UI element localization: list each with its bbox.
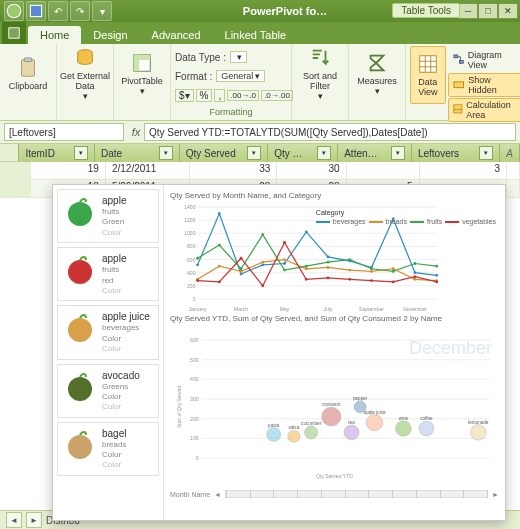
svg-point-42 — [218, 212, 221, 215]
table-row[interactable]: 19 2/12/2011 33 30 3 — [0, 162, 520, 180]
percent-icon[interactable]: % — [196, 89, 213, 102]
measures-button[interactable]: Measures▾ — [353, 46, 401, 102]
product-card[interactable]: applefruitsGreenColor — [57, 189, 159, 243]
scroll-left-icon[interactable]: ◄ — [6, 512, 22, 528]
app-icon[interactable] — [4, 1, 24, 21]
product-thumb — [62, 252, 98, 288]
svg-point-60 — [348, 269, 351, 272]
slider-next-icon[interactable]: ► — [492, 491, 499, 498]
month-slider[interactable]: Month Name ◄ ► — [170, 487, 499, 501]
close-button[interactable]: ✕ — [498, 3, 518, 19]
svg-text:lemonade: lemonade — [468, 420, 489, 425]
svg-rect-12 — [454, 82, 464, 88]
product-card[interactable]: apple juicebeveragesColorColor — [57, 305, 159, 359]
show-hidden-button[interactable]: Show Hidden — [448, 73, 520, 97]
tab-design[interactable]: Design — [81, 26, 139, 44]
filter-dropdown-icon[interactable]: ▾ — [391, 146, 405, 160]
maximize-button[interactable]: □ — [478, 3, 498, 19]
tab-linked-table[interactable]: Linked Table — [213, 26, 299, 44]
svg-point-75 — [414, 262, 417, 265]
svg-point-77 — [196, 279, 199, 282]
svg-point-18 — [68, 435, 92, 459]
currency-icon[interactable]: $▾ — [175, 89, 194, 102]
formula-input[interactable]: Qty Served YTD:=TOTALYTD(SUM([Qty Served… — [144, 123, 516, 141]
svg-text:wine: wine — [399, 416, 409, 421]
formula-bar: [Leftovers] fx Qty Served YTD:=TOTALYTD(… — [0, 121, 520, 144]
svg-point-65 — [196, 257, 199, 260]
svg-point-84 — [348, 278, 351, 281]
filter-dropdown-icon[interactable]: ▾ — [317, 146, 331, 160]
svg-rect-13 — [453, 105, 461, 113]
minimize-button[interactable]: ─ — [458, 3, 478, 19]
svg-point-86 — [392, 281, 395, 284]
get-external-data-label: Get External Data — [60, 72, 110, 92]
svg-point-121 — [419, 421, 434, 436]
svg-text:Sum of Qty Served: Sum of Qty Served — [176, 386, 182, 428]
svg-point-54 — [218, 265, 221, 268]
col-itemid[interactable]: ItemID — [25, 148, 54, 159]
svg-text:July: July — [323, 306, 333, 312]
svg-point-44 — [261, 263, 264, 266]
tab-home[interactable]: Home — [28, 26, 81, 44]
pivottable-button[interactable]: PivotTable▾ — [118, 46, 166, 102]
filter-dropdown-icon[interactable]: ▾ — [479, 146, 493, 160]
slider-track[interactable] — [225, 490, 488, 498]
svg-text:pepper: pepper — [353, 396, 368, 401]
svg-point-72 — [348, 258, 351, 261]
undo-icon[interactable]: ↶ — [48, 1, 68, 21]
svg-point-43 — [240, 273, 243, 276]
svg-point-41 — [196, 263, 199, 266]
product-card[interactable]: bagelbreadsColorColor — [57, 422, 159, 476]
scroll-right-icon[interactable]: ► — [26, 512, 42, 528]
svg-text:400: 400 — [187, 270, 196, 276]
data-view-button[interactable]: Data View — [410, 46, 446, 104]
name-box[interactable]: [Leftovers] — [4, 123, 124, 141]
sort-filter-button[interactable]: Sort and Filter▾ — [296, 46, 344, 102]
redo-icon[interactable]: ↷ — [70, 1, 90, 21]
increase-decimal-icon[interactable]: .00→.0 — [227, 90, 259, 101]
clipboard-button[interactable]: Clipboard — [4, 46, 52, 102]
save-icon[interactable] — [26, 1, 46, 21]
diagram-view-button[interactable]: Diagram View — [448, 48, 520, 72]
pivottable-icon — [130, 51, 154, 75]
filter-dropdown-icon[interactable]: ▾ — [247, 146, 261, 160]
col-date[interactable]: Date — [101, 148, 122, 159]
get-external-data-button[interactable]: Get External Data▾ — [61, 46, 109, 102]
product-card[interactable]: applefruitsredColor — [57, 247, 159, 301]
filter-dropdown-icon[interactable]: ▾ — [159, 146, 173, 160]
svg-point-109 — [305, 426, 318, 439]
svg-text:1400: 1400 — [184, 204, 196, 210]
svg-point-82 — [305, 278, 308, 281]
fx-icon[interactable]: fx — [128, 126, 144, 138]
slider-prev-icon[interactable]: ◄ — [214, 491, 221, 498]
chart-legend: Category beveragesbreadsfruitsvegetables — [316, 209, 496, 227]
file-menu-button[interactable] — [2, 22, 26, 44]
svg-point-78 — [218, 281, 221, 284]
datatype-row[interactable]: Data Type :▾ — [175, 48, 287, 66]
calculation-area-button[interactable]: Calculation Area — [448, 98, 520, 122]
filter-dropdown-icon[interactable]: ▾ — [74, 146, 88, 160]
col-leftovers[interactable]: Leftovers — [418, 148, 459, 159]
col-qtyserved[interactable]: Qty Served — [186, 148, 236, 159]
decrease-decimal-icon[interactable]: .0→.00 — [261, 90, 293, 101]
svg-text:November: November — [403, 306, 427, 312]
product-card[interactable]: avocadoGreensColorColor — [57, 364, 159, 418]
format-row[interactable]: Format :General▾ — [175, 67, 287, 85]
svg-text:800: 800 — [187, 243, 196, 249]
svg-text:cucumber: cucumber — [301, 421, 322, 426]
svg-point-66 — [218, 244, 221, 247]
svg-point-16 — [68, 318, 92, 342]
svg-text:May: May — [280, 306, 290, 312]
col-atten[interactable]: Atten… — [344, 148, 377, 159]
qat-more-icon[interactable]: ▾ — [92, 1, 112, 21]
svg-point-81 — [283, 241, 286, 244]
svg-rect-3 — [22, 60, 35, 77]
svg-text:200: 200 — [190, 416, 199, 422]
svg-text:0: 0 — [196, 455, 199, 461]
month-watermark: December — [409, 338, 492, 359]
comma-icon[interactable]: , — [214, 89, 225, 102]
svg-point-69 — [283, 269, 286, 272]
svg-point-123 — [470, 425, 486, 440]
col-qty[interactable]: Qty … — [274, 148, 302, 159]
tab-advanced[interactable]: Advanced — [140, 26, 213, 44]
